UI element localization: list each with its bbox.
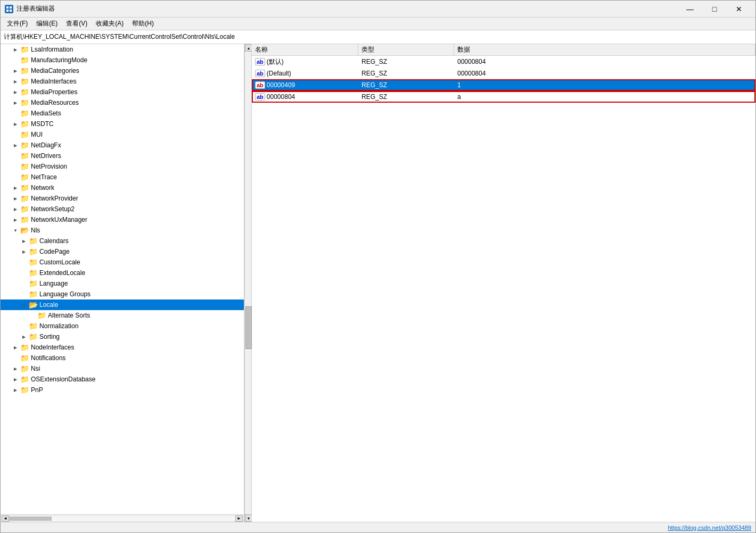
scroll-down-button[interactable]: ▼ [245,514,252,522]
tree-item-networksetup2[interactable]: 📁 NetworkSetup2 [1,204,244,214]
status-link[interactable]: https://blog.csdn.net/q30053489 [668,524,751,531]
cell-name: ab (默认) [252,57,358,66]
tree-item-locale[interactable]: 📂 Locale [1,299,244,310]
table-row[interactable]: ab (Default) REG_SZ 00000804 [252,68,755,79]
expand-icon[interactable] [11,215,20,224]
expand-icon[interactable] [11,386,20,394]
menu-view[interactable]: 查看(V) [62,18,92,29]
cell-name: ab 00000804 [252,93,358,101]
expand-icon[interactable] [11,173,20,181]
expand-icon[interactable] [20,258,28,266]
tree-item-alternatesorts[interactable]: 📁 Alternate Sorts [1,310,244,321]
expand-icon[interactable] [20,290,28,298]
menu-edit[interactable]: 编辑(E) [32,18,62,29]
tree-item-networkuxmanager[interactable]: 📁 NetworkUxManager [1,214,244,225]
tree-item-codepage[interactable]: 📁 CodePage [1,246,244,257]
minimize-button[interactable]: — [678,1,702,18]
tree-item-pnp[interactable]: 📁 PnP [1,385,244,395]
scroll-up-button[interactable]: ▲ [245,44,252,52]
expand-icon[interactable] [11,364,20,373]
tree-item-normalization[interactable]: 📁 Normalization [1,321,244,331]
expand-icon[interactable] [11,98,20,107]
tree-item-languagegroups[interactable]: 📁 Language Groups [1,289,244,299]
tree-item-osextdb[interactable]: 📁 OSExtensionDatabase [1,374,244,385]
expand-icon[interactable] [11,56,20,64]
folder-icon: 📁 [20,109,29,118]
scroll-left-button[interactable]: ◄ [2,515,9,522]
scroll-thumb[interactable] [9,517,52,521]
scroll-right-button[interactable]: ► [235,515,243,522]
folder-icon: 📁 [20,162,29,171]
expand-icon[interactable] [11,88,20,96]
tree-item-msdtc[interactable]: 📁 MSDTC [1,119,244,129]
menu-file[interactable]: 文件(F) [3,18,32,29]
tree-item-customlocale[interactable]: 📁 CustomLocale [1,257,244,268]
tree-item-mediaresources[interactable]: 📁 MediaResources [1,97,244,108]
reg-type-icon: ab [255,70,265,77]
tree-hscrollbar[interactable]: ◄ ► [1,514,244,522]
maximize-button[interactable]: □ [702,1,727,18]
expand-icon[interactable] [11,77,20,86]
expand-icon[interactable] [20,301,28,309]
tree-item-nettrace[interactable]: 📁 NetTrace [1,172,244,182]
table-row[interactable]: ab 00000409 REG_SZ 1 [252,79,755,91]
expand-icon[interactable] [20,269,28,277]
menu-favorites[interactable]: 收藏夹(A) [92,18,128,29]
tree-item-netdiagfx[interactable]: 📁 NetDiagFx [1,140,244,151]
tree-scroll[interactable]: 📁 LsaInformation 📁 ManufacturingMode 📁 M… [1,44,244,514]
tree-item-nsi[interactable]: 📁 Nsi [1,363,244,374]
tree-item-calendars[interactable]: 📁 Calendars [1,236,244,246]
tree-item-extendedlocale[interactable]: 📁 ExtendedLocale [1,268,244,278]
tree-vscrollbar[interactable]: ▲ ▼ [244,44,252,522]
cell-data: 00000804 [454,70,755,77]
tree-item-mediainterfaces[interactable]: 📁 MediaInterfaces [1,76,244,87]
expand-icon[interactable] [20,237,28,245]
expand-icon[interactable] [20,332,28,341]
expand-icon[interactable] [11,194,20,203]
expand-icon[interactable] [11,152,20,160]
tree-item-netprovision[interactable]: 📁 NetProvision [1,161,244,172]
tree-label: MSDTC [31,120,54,128]
row-name: (默认) [267,57,284,66]
col-header-name[interactable]: 名称 [252,44,358,55]
expand-icon[interactable] [11,66,20,75]
tree-item-nls[interactable]: 📂 Nls [1,225,244,236]
tree-item-netdrivers[interactable]: 📁 NetDrivers [1,151,244,161]
expand-icon[interactable] [11,205,20,213]
table-row[interactable]: ab 00000804 REG_SZ a [252,91,755,103]
tree-item-network[interactable]: 📁 Network [1,182,244,193]
tree-item-mediaproperties[interactable]: 📁 MediaProperties [1,87,244,97]
tree-item-language[interactable]: 📁 Language [1,278,244,289]
close-button[interactable]: ✕ [727,1,751,18]
expand-icon[interactable] [11,130,20,139]
expand-icon[interactable] [11,45,20,54]
expand-icon[interactable] [11,343,20,352]
tree-item-mui[interactable]: 📁 MUI [1,129,244,140]
row-data: 1 [457,81,461,89]
tree-item-notifications[interactable]: 📁 Notifications [1,353,244,363]
menu-help[interactable]: 帮助(H) [128,18,158,29]
expand-icon[interactable] [20,247,28,256]
expand-icon[interactable] [11,109,20,118]
tree-item-lsainfo[interactable]: 📁 LsaInformation [1,44,244,55]
expand-icon[interactable] [11,141,20,149]
col-header-data[interactable]: 数据 [454,44,755,55]
expand-icon[interactable] [11,162,20,171]
expand-icon[interactable] [11,226,20,235]
tree-item-sorting[interactable]: 📁 Sorting [1,331,244,342]
expand-icon[interactable] [11,120,20,128]
tree-item-mediasets[interactable]: 📁 MediaSets [1,108,244,119]
expand-icon[interactable] [11,354,20,362]
v-scroll-thumb[interactable] [245,306,252,349]
tree-item-networkprovider[interactable]: 📁 NetworkProvider [1,193,244,204]
tree-item-mediacategories[interactable]: 📁 MediaCategories [1,65,244,76]
col-header-type[interactable]: 类型 [358,44,454,55]
expand-icon[interactable] [11,375,20,384]
tree-item-mfgmode[interactable]: 📁 ManufacturingMode [1,55,244,65]
expand-icon[interactable] [20,322,28,330]
expand-icon[interactable] [11,184,20,192]
table-row[interactable]: ab (默认) REG_SZ 00000804 [252,56,755,68]
expand-icon[interactable] [20,279,28,288]
tree-item-nodeinterfaces[interactable]: 📁 NodeInterfaces [1,342,244,353]
expand-icon[interactable] [28,311,37,320]
